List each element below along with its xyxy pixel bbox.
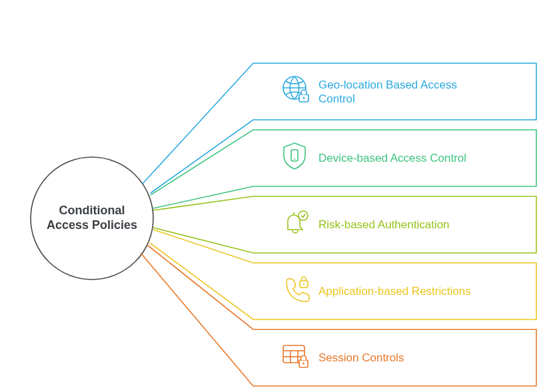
- branch-risk: Risk-based Authentication: [153, 196, 536, 253]
- globe-lock-icon: [283, 77, 308, 102]
- svg-point-8: [303, 284, 305, 286]
- table-lock-icon: [283, 345, 308, 367]
- branch-geo-label-line1: Geo-location Based Access: [318, 79, 457, 91]
- bell-check-icon: [288, 211, 308, 233]
- svg-point-6: [298, 211, 308, 220]
- svg-point-4: [294, 158, 295, 160]
- phone-lock-icon: [286, 277, 309, 301]
- diagram-canvas: Conditional Access Policies Geo-location…: [0, 0, 545, 392]
- branch-risk-label: Risk-based Authentication: [318, 218, 450, 231]
- branch-app-label: Application-based Restrictions: [318, 285, 471, 297]
- svg-point-15: [302, 363, 304, 365]
- center-label-line2: Access Policies: [47, 218, 137, 232]
- center-label-line1: Conditional: [59, 204, 125, 217]
- branch-geo: Geo-location Based Access Control: [143, 63, 536, 193]
- shield-device-icon: [284, 143, 305, 169]
- branch-app: Application-based Restrictions: [150, 230, 536, 319]
- branch-session-label: Session Controls: [318, 351, 404, 364]
- branch-device-label: Device-based Access Control: [318, 152, 466, 164]
- branch-session: Session Controls: [141, 245, 536, 386]
- branch-geo-label-line2: Control: [318, 93, 355, 105]
- svg-point-2: [303, 97, 305, 99]
